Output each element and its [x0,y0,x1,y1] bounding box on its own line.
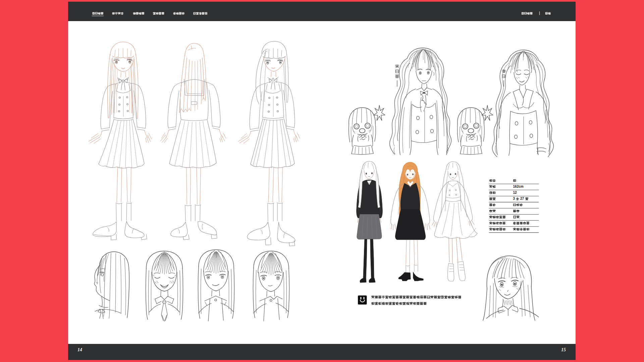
svg-text:27: 27 [519,197,525,200]
svg-text:12: 12 [513,191,517,194]
svg-text:162cm: 162cm [513,185,524,188]
svg-text:14: 14 [77,347,82,352]
svg-text:3: 3 [513,197,516,200]
svg-text:15: 15 [561,347,566,352]
